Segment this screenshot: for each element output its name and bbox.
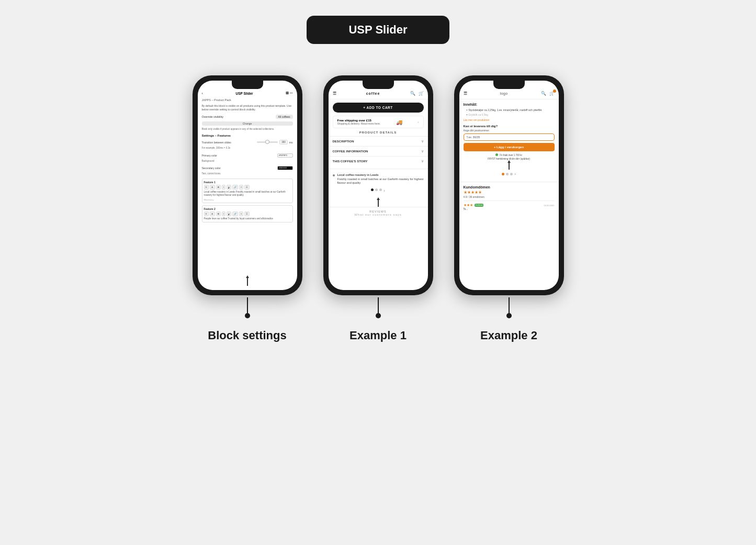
transition-slider[interactable] [257,141,278,143]
ex1-coffee-info-label: COFFEE INFORMATION [333,150,368,153]
tool-text-size[interactable]: A· [210,185,215,190]
secondary-bg-note: Text, control icons [202,172,293,175]
phone-screen-example1: ☰ coffee 🔍 🛒 + ADD TO CART Free shipping… [329,81,428,290]
tool-italic[interactable]: I [222,185,225,190]
ex1-shipping-icon: 🚚 [396,119,402,125]
ex2-content-area: Innehåll: Styckdetaljer ca 2,25kg, 1.ex.… [459,99,559,182]
tool2-style[interactable]: S· [204,212,209,216]
change-button[interactable]: Change [202,121,293,126]
slider-value: 300 [279,140,288,144]
phone-section-example1: ☰ coffee 🔍 🛒 + ADD TO CART Free shipping… [323,75,433,342]
ex1-reviews-subtitle: What our customers says [333,213,424,216]
cart-icon[interactable]: 🛒 [419,91,424,96]
ex1-usp-item1: Local coffee roastery in Leeds Freshly r… [333,173,424,185]
ex1-shipping-sub: Shipping & delivery. Read more here. [337,122,381,125]
ex2-arrow-annotation [464,162,555,170]
ex2-read-more-link[interactable]: Läs mer om produkten [464,118,555,121]
tool-style[interactable]: S· [204,185,209,190]
ex2-bullet1: Styckdetaljer ca 2,25kg, 1.ex. innan/ytt… [464,108,555,112]
settings-content: ‹ USP Slider ⊞ ··· JAPPS – Product Pack … [198,81,297,229]
slider-area: 300 ms [257,140,292,144]
tool-underline[interactable]: U̲ [227,185,231,190]
label-example2: Example 2 [480,329,537,342]
ex2-dot2[interactable] [506,173,509,175]
override-label: Override visibility [202,115,224,118]
example2-content: ☰ logo 🔍 🛒 Innehåll: [459,81,559,214]
arrow3 [506,297,512,318]
transition-label: Transition between slides [202,141,231,144]
ex2-next-arrow[interactable]: › [514,172,516,176]
ex1-next-arrow[interactable]: › [383,188,385,193]
all-coffees-badge: All coffees [276,115,293,119]
slider-thumb [265,140,269,144]
feature2-box: Feature 2 S· A· B I U̲ 🔗 ≡ ☰ People love… [202,205,293,223]
settings-subtitle: JAPPS – Product Pack [202,98,293,102]
search-icon[interactable]: 🔍 [410,91,415,96]
feature2-text: People love our coffee Trusted by loyal … [204,217,291,220]
arrow1 [245,297,250,318]
settings-title: USP Slider [235,92,253,95]
tool2-italic[interactable]: I [222,212,225,216]
tool-link[interactable]: 🔗 [232,185,238,190]
ex2-shipping-info: Fri frakt över 1 700 kr [464,153,555,157]
secondary-color-value: #000000 [279,166,287,169]
feature1-box: Feature 1 S· A· B I U̲ 🔗 ≡ ☰ Local coffe… [202,179,293,203]
ex2-add-to-cart-btn[interactable]: + Lägg i varukorgen [464,143,555,151]
ex1-accordion-coffee-info[interactable]: COFFEE INFORMATION ∨ [329,146,428,156]
ex1-description-label: DESCRIPTION [333,140,354,143]
ex1-dot2[interactable] [375,188,378,191]
ex1-slider-dots: › [333,188,424,193]
tool2-list[interactable]: ≡ [239,212,243,216]
ex1-shipping-chevron: › [418,120,419,124]
ex2-hamburger-icon[interactable]: ☰ [464,91,467,96]
tool2-bold[interactable]: B [216,212,221,216]
ex1-dot3[interactable] [379,188,382,191]
ex2-dot1[interactable] [502,173,504,175]
label-example1: Example 1 [349,329,407,342]
tool2-underline[interactable]: U̲ [227,212,231,216]
ex1-add-to-cart-btn[interactable]: + ADD TO CART [333,103,424,113]
tool2-list2[interactable]: ☰ [244,212,250,216]
tool-bold[interactable]: B [216,185,221,190]
ex2-delivery-sub: Ange ditt postnummer: [464,129,555,132]
secondary-color-row: Secondary color #000000 [202,166,293,170]
phone-notch-3 [493,81,525,89]
ex1-shipping-banner: Free shipping over £15 Shipping & delive… [333,116,424,128]
ex1-description-chevron: ∨ [421,139,424,143]
ex2-cart-badge[interactable]: 🛒 [549,91,555,96]
hamburger-icon[interactable]: ☰ [333,91,336,96]
secondary-color-swatch[interactable]: #000000 [277,166,293,170]
ex2-review-item1: ★★★ Verifierat 00.00.0000 To... [464,201,555,211]
ex1-usp-section: Local coffee roastery in Leeds Freshly r… [329,169,428,197]
primary-color-label: Primary color [202,154,217,157]
ex2-review-header: ★★★ Verifierat 00.00.0000 [464,203,555,207]
settings-desc: By default this block is visible on all … [202,104,293,112]
ex2-contents-title: Innehåll: [464,103,555,106]
ex2-postcode-input[interactable]: T.ex. 39235 [464,134,555,141]
ex2-bullet2: Grytkölt ca 0,5kg [464,113,555,117]
primary-color-swatch[interactable]: #F8F9F9 [277,153,293,158]
ex1-dot1[interactable] [371,188,374,191]
tool2-text-size[interactable]: A· [210,212,215,216]
arrow2 [376,297,381,318]
ex1-accordion-story[interactable]: THIS COFFEE'S STORY ∨ [329,156,428,166]
ex1-shipping-text: Free shipping over £15 Shipping & delive… [337,119,381,125]
slider-unit: ms [289,141,293,144]
phone-notch-2 [363,81,394,89]
ex1-product-details: PRODUCT DETAILS [329,131,428,134]
tool-list[interactable]: ≡ [239,185,243,190]
transition-row: Transition between slides 300 ms [202,140,293,144]
ex1-accordion-description[interactable]: DESCRIPTION ∨ [329,136,428,146]
ex2-reviews-title: Kundomdömen [464,185,555,189]
ex2-review-date: 00.00.0000 [544,204,554,207]
phone-notch-1 [232,81,263,89]
ex2-dot3[interactable] [510,173,513,175]
feature2-label: Feature 2 [204,207,291,210]
phone-section-settings: ‹ USP Slider ⊞ ··· JAPPS – Product Pack … [193,75,302,342]
ex2-rating-value: 4.9 [464,195,467,198]
tool2-link[interactable]: 🔗 [232,212,238,216]
ex2-search-icon[interactable]: 🔍 [541,91,546,96]
ex2-review-text: To... [464,208,555,211]
feature1-text: Local coffee roastery in Leeds Freshly r… [204,191,291,197]
tool-list2[interactable]: ☰ [244,185,250,190]
